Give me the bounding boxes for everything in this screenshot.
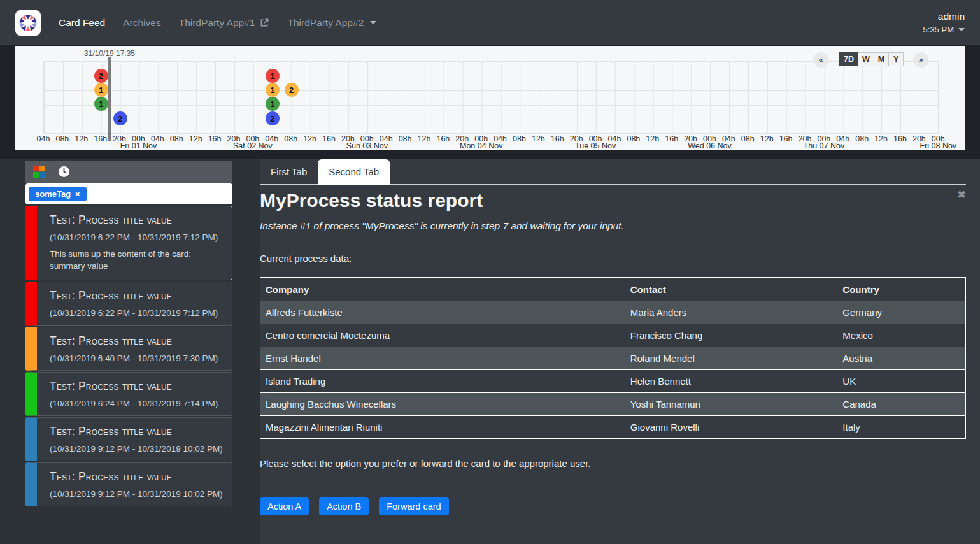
hour-tick-label: 04h bbox=[608, 134, 621, 143]
hour-tick-label: 08h bbox=[741, 134, 755, 143]
range-year-button[interactable]: Y bbox=[888, 52, 904, 66]
user-name: admin bbox=[923, 11, 965, 22]
feed-card-title: Test: Process title value bbox=[50, 470, 224, 483]
content: someTag × Test: Process title value (10/… bbox=[0, 159, 980, 544]
timeline-bubble-orange[interactable]: 1 bbox=[94, 83, 108, 97]
action-a-button[interactable]: Action A bbox=[260, 497, 309, 515]
cell-company: Island Trading bbox=[260, 370, 625, 393]
action-b-button[interactable]: Action B bbox=[319, 497, 369, 515]
feed-card-dates: (10/31/2019 6:22 PM - 10/31/2019 7:12 PM… bbox=[50, 233, 224, 242]
tag-filter-input[interactable]: someTag × bbox=[25, 183, 232, 204]
col-header-contact: Contact bbox=[625, 278, 837, 301]
table-row: Centro comercial Moctezuma Francisco Cha… bbox=[260, 324, 966, 347]
day-tick-label: Tue 05 Nov bbox=[575, 141, 616, 150]
timeline-next-button[interactable]: » bbox=[913, 52, 928, 68]
feed-card[interactable]: Test: Process title value (10/31/2019 6:… bbox=[25, 282, 232, 326]
feed-card[interactable]: Test: Process title value (10/31/2019 6:… bbox=[25, 372, 232, 416]
timeline-prev-button[interactable]: « bbox=[813, 52, 828, 68]
feed-card-dates: (10/31/2019 9:12 PM - 10/31/2019 10:02 P… bbox=[50, 444, 224, 454]
hour-tick-label: 12h bbox=[189, 134, 202, 143]
table-row: Island Trading Helen Bennett UK bbox=[260, 370, 966, 393]
hour-tick-label: 20h bbox=[570, 134, 583, 143]
card-feed-sidebar: someTag × Test: Process title value (10/… bbox=[25, 161, 232, 506]
feed-card[interactable]: Test: Process title value (10/31/2019 6:… bbox=[25, 327, 232, 371]
timeline-bubble-blue[interactable]: 2 bbox=[113, 111, 127, 125]
navbar: Card Feed Archives ThirdParty App#1 Thir… bbox=[0, 0, 980, 45]
timeline-bubble-orange[interactable]: 2 bbox=[285, 83, 299, 97]
cell-country: Canada bbox=[837, 393, 966, 416]
cell-company: Ernst Handel bbox=[260, 347, 625, 370]
feed-card-dates: (10/31/2019 6:40 PM - 10/31/2019 7:30 PM… bbox=[50, 354, 224, 363]
tab-first[interactable]: First Tab bbox=[260, 159, 318, 184]
nav-link-label: Card Feed bbox=[59, 17, 105, 29]
hour-tick-label: 04h bbox=[151, 134, 164, 143]
cell-company: Alfreds Futterkiste bbox=[260, 301, 625, 324]
range-month-button[interactable]: M bbox=[874, 52, 889, 66]
feed-card-summary: This sums up the content of the card: su… bbox=[50, 248, 224, 273]
timeline-bubble-red[interactable]: 1 bbox=[266, 69, 280, 83]
hour-tick-label: 12h bbox=[760, 134, 774, 143]
nav-link-label: ThirdParty App#1 bbox=[179, 17, 255, 29]
card-list: Test: Process title value (10/31/2019 6:… bbox=[25, 206, 232, 506]
close-card-icon[interactable]: ✖ bbox=[958, 190, 966, 200]
range-7d-button[interactable]: 7D bbox=[839, 52, 858, 66]
timeline-marker-line bbox=[108, 57, 111, 141]
timeline-bubble-blue[interactable]: 2 bbox=[266, 111, 280, 125]
timeline-strip: 31/10/19 17:35 211211212 04h08h12h16h20h… bbox=[0, 45, 980, 159]
nav-link-thirdparty-app1[interactable]: ThirdParty App#1 bbox=[179, 17, 270, 29]
timeline-bubble-red[interactable]: 2 bbox=[94, 69, 108, 83]
remove-tag-icon[interactable]: × bbox=[75, 189, 80, 199]
feed-card-dates: (10/31/2019 6:22 PM - 10/31/2019 7:12 PM… bbox=[50, 308, 224, 318]
feed-card-title: Test: Process title value bbox=[50, 425, 224, 438]
feed-card[interactable]: Test: Process title value (10/31/2019 6:… bbox=[25, 206, 232, 280]
nav-link-archives[interactable]: Archives bbox=[123, 17, 160, 29]
day-tick-label: Thu 07 Nov bbox=[804, 141, 845, 150]
caret-down-icon bbox=[958, 28, 965, 31]
feed-card[interactable]: Test: Process title value (10/31/2019 9:… bbox=[25, 462, 232, 506]
feed-card-title: Test: Process title value bbox=[50, 213, 224, 227]
day-tick-label: Mon 04 Nov bbox=[460, 141, 502, 150]
tag-chip-label: someTag bbox=[35, 189, 71, 199]
table-row: Alfreds Futterkiste Maria Anders Germany bbox=[260, 301, 966, 324]
nav-link-thirdparty-app2[interactable]: ThirdParty App#2 bbox=[287, 17, 376, 29]
timeline-range-group: 7D W M Y bbox=[840, 52, 904, 66]
cell-country: Italy bbox=[837, 416, 966, 439]
hour-tick-label: 16h bbox=[779, 134, 793, 143]
app-logo[interactable] bbox=[15, 10, 41, 36]
cell-country: UK bbox=[837, 370, 966, 393]
hour-tick-label: 08h bbox=[55, 134, 69, 143]
timeline-bubble-orange[interactable]: 1 bbox=[266, 83, 280, 97]
table-header-row: Company Contact Country bbox=[260, 278, 966, 301]
hour-tick-label: 12h bbox=[418, 134, 431, 143]
time-filter-icon[interactable] bbox=[58, 166, 70, 178]
current-time: 5:35 PM bbox=[923, 25, 954, 34]
hour-tick-label: 00h bbox=[817, 134, 830, 143]
feed-card-dates: (10/31/2019 6:24 PM - 10/31/2019 7:14 PM… bbox=[50, 399, 224, 408]
tag-chip: someTag × bbox=[29, 187, 87, 201]
timeline-bubble-green[interactable]: 1 bbox=[94, 97, 108, 111]
severity-filter-icon[interactable] bbox=[33, 166, 45, 178]
user-time-menu[interactable]: 5:35 PM bbox=[923, 25, 965, 34]
tab-second[interactable]: Second Tab bbox=[318, 159, 390, 185]
table-row: Magazzini Alimentari Riuniti Giovanni Ro… bbox=[260, 416, 966, 439]
nav-link-card-feed[interactable]: Card Feed bbox=[59, 17, 105, 29]
feed-card[interactable]: Test: Process title value (10/31/2019 9:… bbox=[25, 417, 232, 461]
day-tick-label: Sat 02 Nov bbox=[233, 141, 273, 150]
hour-tick-label: 16h bbox=[665, 134, 678, 143]
hour-tick-label: 16h bbox=[893, 134, 907, 143]
hour-tick-label: 20h bbox=[341, 134, 355, 143]
hour-tick-label: 20h bbox=[799, 134, 812, 143]
range-week-button[interactable]: W bbox=[858, 52, 874, 66]
hour-tick-label: 00h bbox=[703, 134, 716, 143]
hour-tick-label: 04h bbox=[836, 134, 849, 143]
nav-link-label: Archives bbox=[123, 17, 160, 29]
day-tick-label: Sun 03 Nov bbox=[346, 141, 388, 150]
timeline-bubble-green[interactable]: 1 bbox=[266, 97, 280, 111]
process-data-table: Company Contact Country Alfreds Futterki… bbox=[260, 277, 966, 439]
cell-contact: Giovanni Rovelli bbox=[625, 416, 837, 439]
user-block: admin 5:35 PM bbox=[923, 11, 965, 34]
cell-contact: Maria Anders bbox=[625, 301, 837, 324]
hour-tick-label: 08h bbox=[627, 134, 640, 143]
hour-tick-label: 00h bbox=[132, 134, 145, 143]
forward-card-button[interactable]: Forward card bbox=[379, 497, 448, 515]
